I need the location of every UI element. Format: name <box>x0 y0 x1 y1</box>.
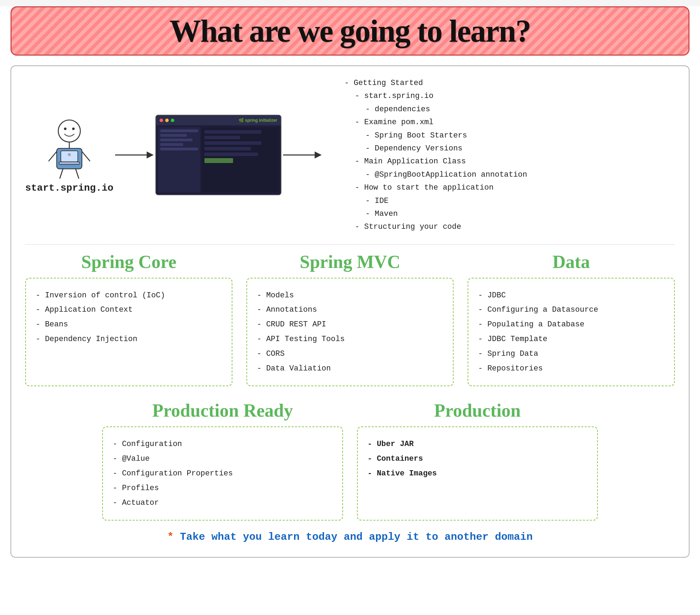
data-block: Data JDBC Configuring a Datasource Popul… <box>468 252 675 387</box>
dot-green <box>171 119 174 122</box>
prod-ready-item-5: Actuator <box>113 496 332 510</box>
field-5 <box>204 153 258 156</box>
arrow-person-to-screen <box>113 148 155 162</box>
sidebar-item-1 <box>160 129 198 132</box>
production-ready-box: Configuration @Value Configuration Prope… <box>102 426 343 521</box>
spring-mvc-item-3: CRUD REST API <box>257 317 443 332</box>
production-title: Production <box>357 400 598 421</box>
prod-item-2: Containers <box>368 452 587 466</box>
svg-line-8 <box>49 151 57 161</box>
spring-initializer-screenshot: 🌿 spring initializer <box>155 115 281 195</box>
note-item-structuring: Structuring your code <box>344 220 675 233</box>
spring-mvc-item-2: Annotations <box>257 303 443 317</box>
screenshot-sidebar <box>158 127 200 192</box>
data-item-4: JDBC Template <box>478 332 664 347</box>
prod-item-3: Native Images <box>368 466 587 481</box>
notes-area: Getting Started start.spring.io dependen… <box>323 77 675 234</box>
note-item-maven: Maven <box>344 207 675 220</box>
svg-point-1 <box>64 127 66 130</box>
field-2 <box>204 136 240 139</box>
note-item-dep-versions: Dependency Versions <box>344 142 675 155</box>
main-content: start.spring.io 🌿 spring initializer <box>10 65 690 558</box>
note-item-boot-starters: Spring Boot Starters <box>344 129 675 142</box>
screenshot-main <box>202 127 279 192</box>
asterisk-icon: * <box>167 531 174 543</box>
page-wrapper: What are we going to learn? <box>0 6 700 615</box>
spring-mvc-items: Models Annotations CRUD REST API API Tes… <box>257 288 443 376</box>
spring-core-items: Inversion of control (IoC) Application C… <box>36 288 222 347</box>
prod-item-1: Uber JAR <box>368 437 587 452</box>
spring-mvc-box: Models Annotations CRUD REST API API Tes… <box>246 278 454 387</box>
prod-ready-item-4: Profiles <box>113 481 332 496</box>
spring-core-box: Inversion of control (IoC) Application C… <box>25 278 232 387</box>
data-title: Data <box>468 252 675 272</box>
getting-started-notes: Getting Started start.spring.io dependen… <box>344 77 675 234</box>
spring-mvc-item-6: Data Valiation <box>257 361 443 376</box>
spring-core-item-1: Inversion of control (IoC) <box>36 288 222 303</box>
section-divider-1 <box>25 244 675 245</box>
arrow-right-icon <box>115 148 154 162</box>
svg-rect-6 <box>59 162 79 164</box>
data-item-2: Configuring a Datasource <box>478 303 664 317</box>
data-box: JDBC Configuring a Datasource Populating… <box>468 278 675 387</box>
note-item-annotation: @SpringBootApplication annotation <box>344 168 675 181</box>
svg-point-2 <box>72 127 75 130</box>
spring-mvc-block: Spring MVC Models Annotations CRUD REST … <box>246 252 454 387</box>
footer-note: * Take what you learn today and apply it… <box>25 521 675 546</box>
data-item-1: JDBC <box>478 288 664 303</box>
note-item-main-class: Main Application Class <box>344 155 675 168</box>
production-ready-title: Production Ready <box>102 400 343 421</box>
spring-mvc-title: Spring MVC <box>246 252 454 272</box>
footer-note-text: Take what you learn today and apply it t… <box>180 531 533 543</box>
person-area: start.spring.io <box>25 117 113 193</box>
person-illustration <box>43 117 96 180</box>
production-items: Uber JAR Containers Native Images <box>368 437 587 481</box>
data-item-5: Spring Data <box>478 347 664 361</box>
data-items: JDBC Configuring a Datasource Populating… <box>478 288 664 376</box>
sections-grid-top: Spring Core Inversion of control (IoC) A… <box>25 252 675 387</box>
sidebar-item-5 <box>160 148 198 150</box>
spring-core-item-2: Application Context <box>36 303 222 317</box>
screenshot-topbar: 🌿 spring initializer <box>156 115 281 125</box>
arrow-screen-to-notes <box>281 148 323 162</box>
note-item-start-spring: start.spring.io <box>344 90 675 102</box>
arrow-right-2-icon <box>283 148 322 162</box>
field-4 <box>204 147 251 150</box>
note-item-pom-xml: Examine pom.xml <box>344 116 675 129</box>
prod-ready-item-1: Configuration <box>113 437 332 452</box>
prod-ready-item-2: @Value <box>113 452 332 466</box>
sections-grid-bottom: Production Ready Configuration @Value Co… <box>102 400 598 521</box>
svg-line-11 <box>76 169 79 178</box>
dot-red <box>160 119 163 122</box>
spring-core-block: Spring Core Inversion of control (IoC) A… <box>25 252 232 387</box>
svg-point-7 <box>68 153 71 156</box>
prod-ready-item-3: Configuration Properties <box>113 466 332 481</box>
sidebar-item-2 <box>160 134 187 137</box>
spring-core-item-4: Dependency Injection <box>36 332 222 347</box>
spring-core-item-3: Beans <box>36 317 222 332</box>
start-spring-label: start.spring.io <box>25 183 113 193</box>
spring-mvc-item-1: Models <box>257 288 443 303</box>
production-ready-block: Production Ready Configuration @Value Co… <box>102 400 343 521</box>
data-item-6: Repositories <box>478 361 664 376</box>
svg-marker-13 <box>147 151 154 158</box>
field-1 <box>204 130 261 134</box>
data-item-3: Populating a Database <box>478 317 664 332</box>
note-item-dependencies: dependencies <box>344 103 675 116</box>
header-banner: What are we going to learn? <box>10 6 690 56</box>
svg-line-9 <box>82 151 90 161</box>
getting-started-row: start.spring.io 🌿 spring initializer <box>25 77 675 237</box>
note-item-how-start: How to start the application <box>344 181 675 194</box>
note-item-getting-started: Getting Started <box>344 77 675 90</box>
svg-line-10 <box>60 169 63 178</box>
production-ready-items: Configuration @Value Configuration Prope… <box>113 437 332 510</box>
spring-core-title: Spring Core <box>25 252 232 272</box>
sidebar-item-4 <box>160 143 183 146</box>
spring-logo-text: 🌿 spring initializer <box>239 118 277 123</box>
dot-yellow <box>165 119 169 122</box>
svg-marker-15 <box>315 151 322 158</box>
production-box: Uber JAR Containers Native Images <box>357 426 598 521</box>
field-3 <box>204 141 261 145</box>
production-block: Production Uber JAR Containers Native Im… <box>357 400 598 521</box>
sidebar-item-3 <box>160 139 192 141</box>
